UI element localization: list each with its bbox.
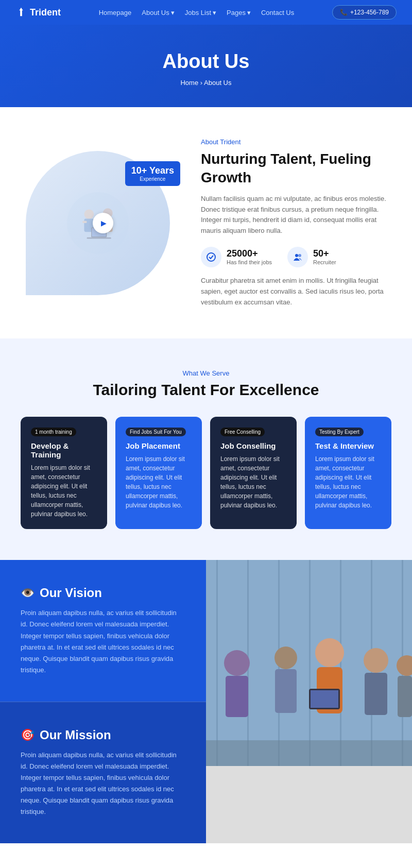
svg-point-11	[295, 254, 298, 257]
svg-point-22	[224, 650, 250, 676]
vision-icon: 👁️	[21, 586, 35, 600]
about-description-2: Curabitur pharetra sit amet enim in moll…	[201, 276, 386, 308]
svg-rect-3	[82, 220, 87, 223]
vision-mission-left: 👁️ Our Vision Proin aliquam dapibus null…	[0, 560, 206, 843]
service-card-4: Testing By Expert Test & Interview Lorem…	[305, 417, 391, 529]
svg-rect-23	[226, 676, 248, 717]
service-title-3: Job Conselling	[220, 441, 286, 450]
vision-text: Proin aliquam dapibus nulla, ac varius e…	[21, 607, 185, 676]
svg-point-12	[298, 254, 301, 257]
mission-heading: 🎯 Our Mission	[21, 728, 185, 742]
svg-point-10	[207, 253, 215, 261]
nav-jobs[interactable]: Jobs List ▾	[185, 9, 216, 16]
services-heading: Tailoring Talent For Excellence	[21, 381, 391, 399]
svg-point-30	[364, 648, 388, 673]
svg-rect-29	[311, 690, 338, 708]
stat-jobs: 25000+ Has find their jobs	[201, 247, 272, 267]
service-card-1: 1 month training Develop & Training Lore…	[21, 417, 107, 529]
breadcrumb-current: About Us	[204, 79, 231, 87]
svg-point-1	[84, 209, 94, 219]
stat-jobs-info: 25000+ Has find their jobs	[227, 248, 272, 265]
service-title-2: Job Placement	[126, 441, 192, 450]
service-desc-4: Lorem ipsum dolor sit amet, consectetur …	[315, 454, 381, 510]
stat-recruiter-info: 50+ Recruiter	[313, 248, 336, 265]
mission-block: 🎯 Our Mission Proin aliquam dapibus null…	[0, 702, 206, 844]
logo-text: Trident	[30, 7, 61, 18]
breadcrumb-separator: ›	[200, 79, 204, 87]
services-section: What We Serve Tailoring Talent For Excel…	[0, 338, 412, 560]
why-section: Expertise On our field Why Choose Us ? F…	[0, 843, 412, 868]
nav-pages[interactable]: Pages ▾	[227, 9, 251, 16]
service-title-1: Develop & Training	[31, 441, 97, 459]
service-title-4: Test & Interview	[315, 441, 381, 450]
play-button[interactable]: ▶	[93, 213, 113, 233]
services-tag: What We Serve	[21, 369, 391, 377]
nav-links: Homepage About Us ▾ Jobs List ▾ Pages ▾ …	[99, 9, 295, 16]
breadcrumb-home[interactable]: Home	[180, 79, 198, 87]
stat-recruiter: 50+ Recruiter	[287, 247, 336, 267]
nav-logo[interactable]: Trident	[15, 7, 61, 18]
mission-icon: 🎯	[21, 728, 35, 742]
service-badge-4: Testing By Expert	[315, 428, 364, 436]
navbar: Trident Homepage About Us ▾ Jobs List ▾ …	[0, 0, 412, 25]
vision-heading: 👁️ Our Vision	[21, 586, 185, 600]
about-tag: About Trident	[201, 138, 386, 146]
svg-rect-33	[398, 676, 412, 717]
svg-rect-34	[206, 740, 412, 766]
page-title: About Us	[10, 50, 402, 73]
service-desc-1: Lorem ipsum dolor sit amet, consectetur …	[31, 463, 97, 519]
service-badge-3: Free Conselling	[220, 428, 265, 436]
hero-section: About Us Home › About Us	[0, 25, 412, 107]
stat-recruiter-icon	[287, 247, 308, 267]
services-grid: 1 month training Develop & Training Lore…	[21, 417, 391, 529]
nav-contact[interactable]: Contact Us	[261, 9, 294, 16]
svg-rect-15	[216, 560, 218, 766]
about-description: Nullam facilisis quam ac mi vulputate, a…	[201, 194, 386, 236]
years-badge: 10+ Years Experience	[125, 161, 180, 186]
trident-logo-icon	[15, 7, 27, 18]
play-icon: ▶	[101, 219, 107, 227]
vision-mission-image	[206, 560, 412, 843]
breadcrumb: Home › About Us	[10, 79, 402, 87]
nav-about[interactable]: About Us ▾	[142, 9, 174, 16]
svg-rect-31	[365, 673, 387, 715]
nav-homepage[interactable]: Homepage	[99, 9, 132, 16]
svg-point-24	[274, 646, 297, 669]
svg-rect-9	[87, 237, 111, 239]
service-card-2: Find Jobs Suit For You Job Placement Lor…	[115, 417, 202, 529]
about-heading: Nurturing Talent, Fueling Growth	[201, 150, 386, 188]
service-badge-1: 1 month training	[31, 428, 76, 436]
vision-mission-section: 👁️ Our Vision Proin aliquam dapibus null…	[0, 560, 412, 843]
services-header: What We Serve Tailoring Talent For Excel…	[21, 369, 391, 399]
about-section: ▶ 10+ Years Experience About Trident Nur…	[0, 107, 412, 338]
vision-block: 👁️ Our Vision Proin aliquam dapibus null…	[0, 560, 206, 702]
mission-text: Proin aliquam dapibus nulla, ac varius e…	[21, 750, 185, 818]
service-desc-2: Lorem ipsum dolor sit amet, consectetur …	[126, 454, 192, 510]
stat-jobs-icon	[201, 247, 221, 267]
phone-icon: 📞	[340, 9, 348, 16]
svg-point-26	[315, 638, 344, 667]
nav-phone-button[interactable]: 📞 +123-456-789	[332, 5, 397, 20]
svg-rect-19	[340, 560, 341, 766]
service-badge-2: Find Jobs Suit For You	[126, 428, 186, 436]
about-content: About Trident Nurturing Talent, Fueling …	[201, 138, 386, 308]
service-card-3: Free Conselling Job Conselling Lorem ips…	[210, 417, 297, 529]
stats-row: 25000+ Has find their jobs 50+ Recruiter	[201, 247, 386, 267]
svg-rect-18	[309, 560, 311, 766]
service-desc-3: Lorem ipsum dolor sit amet, consectetur …	[220, 454, 286, 510]
svg-rect-25	[275, 669, 297, 713]
group-photo-illustration	[206, 560, 412, 766]
about-image-container: ▶ 10+ Years Experience	[26, 151, 180, 295]
